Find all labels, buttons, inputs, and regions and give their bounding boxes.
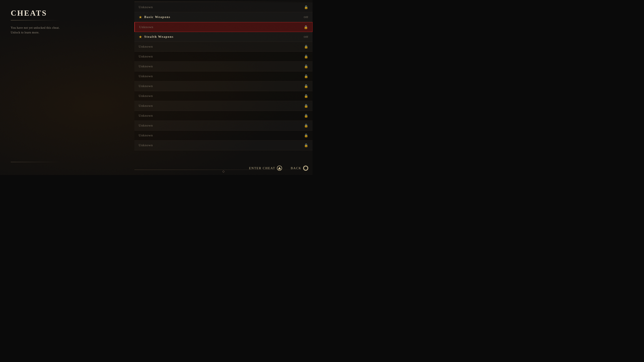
- lock-icon-12: 🔒: [304, 114, 308, 118]
- cheat-right-6: 🔒: [304, 54, 308, 58]
- cheat-item-12[interactable]: Unknown🔒: [134, 111, 312, 121]
- cheat-item-left-5: Unknown: [139, 45, 153, 48]
- cheat-item-7[interactable]: Unknown🔒: [134, 61, 312, 71]
- cheat-item-10[interactable]: Unknown🔒: [134, 91, 312, 101]
- left-bottom-line: [11, 162, 60, 162]
- description-line2: Unlock to learn more.: [11, 31, 39, 34]
- cheat-item-left-15: Unknown: [139, 143, 153, 147]
- cheat-name-9: Unknown: [139, 84, 153, 88]
- lock-icon-15: 🔒: [304, 143, 308, 147]
- back-label: Back: [291, 166, 302, 170]
- lock-icon-13: 🔒: [304, 123, 308, 128]
- cheat-right-4: Off: [304, 35, 308, 39]
- triangle-icon: [278, 167, 281, 169]
- cheat-name-6: Unknown: [139, 55, 153, 58]
- lock-icon-5: 🔒: [304, 45, 308, 49]
- cheat-right-14: 🔒: [304, 133, 308, 137]
- cheat-right-1: 🔒: [304, 5, 308, 9]
- circle-icon: [304, 166, 308, 170]
- cheat-right-7: 🔒: [304, 64, 308, 68]
- cheat-item-3[interactable]: Unknown🔒: [134, 22, 312, 32]
- cheat-name-13: Unknown: [139, 124, 153, 127]
- cheat-item-8[interactable]: Unknown🔒: [134, 71, 312, 81]
- back-button[interactable]: Back: [291, 166, 308, 171]
- cheat-item-14[interactable]: Unknown🔒: [134, 131, 312, 140]
- cheat-item-5[interactable]: Unknown🔒: [134, 42, 312, 52]
- cheat-item-2[interactable]: ★Basic WeaponsOff: [134, 12, 312, 22]
- bottom-controls: Enter Cheat Back: [134, 166, 312, 171]
- cheat-right-15: 🔒: [304, 143, 308, 147]
- cheat-item-15[interactable]: Unknown🔒: [134, 140, 312, 150]
- cheat-name-4: Stealth Weapons: [144, 35, 174, 39]
- title-underline: [11, 20, 60, 20]
- cheat-name-7: Unknown: [139, 64, 153, 68]
- cheat-right-2: Off: [304, 15, 308, 19]
- cheat-status-2: Off: [304, 15, 308, 19]
- cheat-item-left-13: Unknown: [139, 124, 153, 127]
- cheat-right-8: 🔒: [304, 74, 308, 78]
- page-title: CHEATS: [11, 8, 127, 17]
- cheat-right-12: 🔒: [304, 114, 308, 118]
- cheat-item-4[interactable]: ★Stealth WeaponsOff: [134, 32, 312, 42]
- cheat-name-14: Unknown: [139, 134, 153, 137]
- cheat-name-8: Unknown: [139, 74, 153, 78]
- cheat-name-11: Unknown: [139, 104, 153, 108]
- lock-icon-14: 🔒: [304, 133, 308, 137]
- lock-icon-11: 🔒: [304, 104, 308, 108]
- cheat-item-left-6: Unknown: [139, 55, 153, 58]
- cheat-item-left-10: Unknown: [139, 94, 153, 98]
- cheat-status-4: Off: [304, 35, 308, 39]
- right-panel: Unknown🔒★Basic WeaponsOffUnknown🔒★Stealt…: [134, 0, 312, 175]
- cheat-item-left-9: Unknown: [139, 84, 153, 88]
- cheat-item-left-14: Unknown: [139, 134, 153, 137]
- enter-cheat-icon: [277, 166, 282, 171]
- cheat-item-left-2: ★Basic Weapons: [139, 15, 170, 19]
- star-icon-4: ★: [139, 35, 142, 39]
- cheat-item-left-4: ★Stealth Weapons: [139, 35, 174, 39]
- cheat-name-5: Unknown: [139, 45, 153, 48]
- cheat-right-11: 🔒: [304, 104, 308, 108]
- lock-icon-9: 🔒: [304, 84, 308, 88]
- lock-icon-3: 🔒: [304, 25, 308, 29]
- cheat-right-10: 🔒: [304, 94, 308, 98]
- enter-cheat-button[interactable]: Enter Cheat: [249, 166, 282, 171]
- star-icon-2: ★: [139, 15, 142, 19]
- cheat-right-13: 🔒: [304, 123, 308, 128]
- cheat-item-left-1: Unknown: [139, 5, 153, 9]
- cheat-item-left-7: Unknown: [139, 64, 153, 68]
- cheat-item-11[interactable]: Unknown🔒: [134, 101, 312, 111]
- cheat-name-10: Unknown: [139, 94, 153, 98]
- cheat-name-2: Basic Weapons: [144, 15, 170, 19]
- scroll-dot: [222, 170, 224, 173]
- cheat-name-1: Unknown: [139, 5, 153, 9]
- cheat-right-5: 🔒: [304, 45, 308, 49]
- cheat-item-13[interactable]: Unknown🔒: [134, 121, 312, 131]
- cheat-item-left-8: Unknown: [139, 74, 153, 78]
- cheat-right-9: 🔒: [304, 84, 308, 88]
- cheat-name-3: Unknown: [139, 25, 153, 29]
- cheat-description: You have not yet unlocked this cheat. Un…: [11, 25, 127, 35]
- description-line1: You have not yet unlocked this cheat.: [11, 26, 60, 29]
- left-panel: CHEATS You have not yet unlocked this ch…: [0, 0, 138, 175]
- lock-icon-10: 🔒: [304, 94, 308, 98]
- cheat-item-left-11: Unknown: [139, 104, 153, 108]
- cheat-item-9[interactable]: Unknown🔒: [134, 81, 312, 91]
- cheat-name-12: Unknown: [139, 114, 153, 117]
- cheat-item-6[interactable]: Unknown🔒: [134, 52, 312, 61]
- cheat-item-left-3: Unknown: [139, 25, 153, 29]
- lock-icon-7: 🔒: [304, 64, 308, 68]
- cheat-item-left-12: Unknown: [139, 114, 153, 117]
- cheat-item-1[interactable]: Unknown🔒: [134, 2, 312, 12]
- top-separator: [134, 2, 312, 2]
- cheat-right-3: 🔒: [304, 25, 308, 29]
- back-icon: [303, 166, 308, 171]
- cheat-name-15: Unknown: [139, 143, 153, 147]
- lock-icon-6: 🔒: [304, 54, 308, 58]
- lock-icon-8: 🔒: [304, 74, 308, 78]
- enter-cheat-label: Enter Cheat: [249, 166, 275, 170]
- cheat-list: Unknown🔒★Basic WeaponsOffUnknown🔒★Stealt…: [134, 2, 312, 169]
- lock-icon-1: 🔒: [304, 5, 308, 9]
